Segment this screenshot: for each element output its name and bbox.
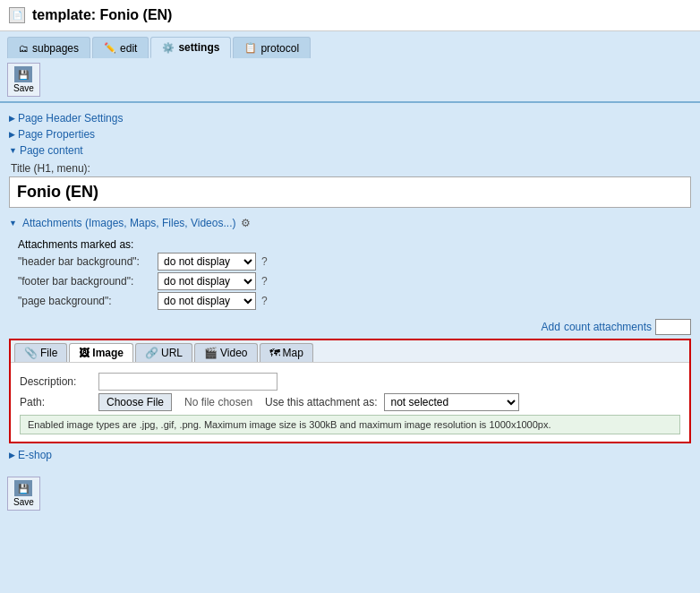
add-link[interactable]: Add bbox=[542, 321, 560, 333]
page-header-settings-link[interactable]: ▶ Page Header Settings bbox=[9, 112, 691, 125]
att-tab-map[interactable]: 🗺 Map bbox=[260, 343, 313, 362]
title-label: Title (H1, menu): bbox=[9, 162, 691, 175]
attachment-panel: 📎 File 🖼 Image 🔗 URL 🎬 Video 🗺 Ma bbox=[9, 339, 691, 443]
eshop-arrow-icon: ▶ bbox=[9, 451, 15, 460]
att-tab-image[interactable]: 🖼 Image bbox=[69, 343, 133, 362]
subpages-icon: 🗂 bbox=[19, 43, 29, 54]
no-file-text: No file chosen bbox=[184, 396, 252, 408]
attachment-body: Description: Path: Choose File No file c… bbox=[11, 363, 689, 442]
use-as-label: Use this attachment as: bbox=[265, 396, 377, 408]
save-icon: 💾 bbox=[14, 66, 32, 82]
page-bg-label: "page background": bbox=[18, 295, 152, 307]
header-bar-label: "header bar background": bbox=[18, 255, 152, 268]
title-bar: 📄 template: Fonio (EN) bbox=[0, 0, 700, 31]
arrow-right-icon: ▶ bbox=[9, 114, 15, 123]
tab-edit[interactable]: ✏️ edit bbox=[92, 37, 149, 58]
edit-icon: ✏️ bbox=[104, 42, 116, 54]
page-properties-link[interactable]: ▶ Page Properties bbox=[9, 128, 691, 141]
main-tabs: 🗂 subpages ✏️ edit ⚙️ settings 📋 protoco… bbox=[0, 31, 700, 58]
header-bar-row: "header bar background": do not display … bbox=[9, 253, 691, 271]
attachments-marked-as-label: Attachments marked as: bbox=[9, 238, 691, 251]
url-icon: 🔗 bbox=[145, 347, 158, 359]
tab-protocol[interactable]: 📋 protocol bbox=[233, 37, 311, 58]
description-label: Description: bbox=[20, 375, 91, 388]
save-button[interactable]: 💾 Save bbox=[7, 63, 40, 97]
page-bg-select[interactable]: do not display bbox=[158, 292, 256, 310]
description-row: Description: bbox=[20, 373, 680, 391]
footer-bar-select[interactable]: do not display bbox=[158, 272, 256, 290]
page-bg-row: "page background": do not display ? bbox=[9, 292, 691, 310]
page-icon: 📄 bbox=[9, 7, 25, 23]
arrow-right-icon-2: ▶ bbox=[9, 130, 15, 139]
page-bg-help-icon: ? bbox=[261, 295, 268, 307]
attachment-panel-tabs: 📎 File 🖼 Image 🔗 URL 🎬 Video 🗺 Ma bbox=[11, 340, 689, 363]
path-label: Path: bbox=[20, 396, 91, 408]
tab-subpages[interactable]: 🗂 subpages bbox=[7, 37, 90, 58]
use-as-select[interactable]: not selected header bar background foote… bbox=[384, 393, 519, 411]
video-icon: 🎬 bbox=[204, 347, 218, 359]
settings-icon: ⚙️ bbox=[162, 42, 175, 54]
attach-arrow-down-icon: ▼ bbox=[9, 219, 17, 228]
footer-bar-row: "footer bar background": do not display … bbox=[9, 272, 691, 290]
add-count-row: Add count attachments bbox=[9, 319, 691, 335]
count-input[interactable] bbox=[655, 319, 691, 335]
path-row: Path: Choose File No file chosen Use thi… bbox=[20, 393, 680, 411]
image-icon: 🖼 bbox=[79, 347, 90, 359]
protocol-icon: 📋 bbox=[244, 42, 257, 54]
bottom-save-icon: 💾 bbox=[14, 480, 32, 496]
bottom-toolbar: 💾 Save bbox=[0, 472, 700, 515]
file-icon: 📎 bbox=[24, 347, 38, 359]
header-bar-help-icon: ? bbox=[261, 255, 268, 268]
page-content-link[interactable]: ▼ Page content bbox=[9, 144, 691, 157]
att-tab-url[interactable]: 🔗 URL bbox=[135, 343, 192, 362]
title-input[interactable] bbox=[9, 176, 691, 208]
footer-bar-label: "footer bar background": bbox=[18, 275, 152, 288]
info-bar: Enabled image types are .jpg, .gif, .png… bbox=[20, 415, 680, 434]
arrow-down-icon: ▼ bbox=[9, 146, 17, 155]
attachments-row: ▼ Attachments (Images, Maps, Files, Vide… bbox=[9, 217, 691, 229]
page-title: template: Fonio (EN) bbox=[32, 7, 172, 23]
tab-settings[interactable]: ⚙️ settings bbox=[150, 37, 231, 58]
count-label: count attachments bbox=[564, 321, 652, 333]
map-icon: 🗺 bbox=[269, 347, 280, 359]
eshop-link[interactable]: ▶ E-shop bbox=[9, 449, 691, 461]
attach-settings-icon[interactable]: ⚙ bbox=[241, 217, 251, 229]
header-bar-select[interactable]: do not display bbox=[158, 253, 256, 271]
att-tab-file[interactable]: 📎 File bbox=[14, 343, 67, 362]
footer-bar-help-icon: ? bbox=[261, 275, 268, 288]
description-input[interactable] bbox=[98, 373, 277, 391]
att-tab-video[interactable]: 🎬 Video bbox=[194, 343, 257, 362]
choose-file-button[interactable]: Choose File bbox=[98, 393, 172, 411]
bottom-save-button[interactable]: 💾 Save bbox=[7, 477, 40, 511]
attachments-link[interactable]: Attachments (Images, Maps, Files, Videos… bbox=[22, 217, 236, 229]
attachment-settings: Attachments marked as: "header bar backg… bbox=[9, 233, 691, 315]
main-toolbar: 💾 Save bbox=[0, 58, 700, 103]
page-content-section: ▼ Page content Title (H1, menu): ▼ Attac… bbox=[9, 144, 691, 443]
main-content: ▶ Page Header Settings ▶ Page Properties… bbox=[0, 103, 700, 472]
